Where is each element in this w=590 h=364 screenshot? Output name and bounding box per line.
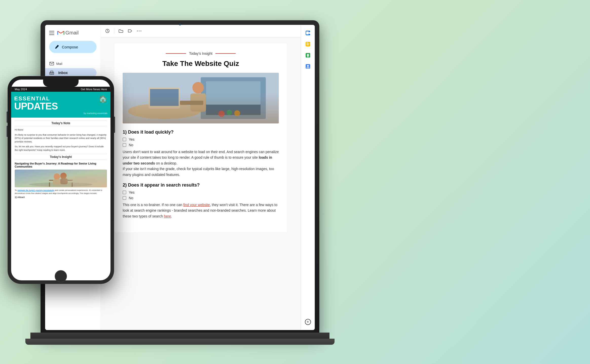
insight-line: Today's Insight (123, 51, 279, 56)
phone-article-title: Navigating the Buyer's Journey: A Roadma… (15, 162, 107, 168)
email-body: Today's Insight Take The Website Quiz (115, 43, 287, 232)
svg-point-23 (227, 110, 232, 115)
svg-point-33 (307, 54, 309, 56)
phone-para1: It's likely no surprise to you that cons… (15, 133, 107, 144)
q2-answer: This one is a no-brainer. If no one can … (123, 202, 279, 219)
mail-icon (49, 61, 54, 66)
add-app-btn[interactable]: + (303, 317, 313, 327)
phone-article-body: To navigate the buyer's journey successf… (15, 189, 107, 195)
svg-point-44 (60, 173, 67, 179)
phone-byline: by marketing essentials (14, 112, 107, 115)
phone-notch (43, 80, 79, 87)
label-toolbar-icon[interactable] (127, 28, 133, 33)
question-1-title: 1) Does it load quickly? (123, 130, 279, 135)
insight-header: Today's Insight (123, 51, 279, 56)
phone-vol-up-btn (7, 112, 8, 123)
q2-no-checkbox[interactable] (123, 196, 126, 200)
svg-point-24 (234, 110, 240, 116)
svg-point-19 (192, 82, 204, 93)
phone-greeting: Hi there! (15, 128, 107, 132)
q2-yes-checkbox[interactable] (123, 191, 126, 194)
more-toolbar-icon[interactable] (137, 28, 142, 33)
q2-option-no: No (123, 196, 279, 200)
hamburger-menu-icon[interactable] (49, 31, 54, 35)
keep-icon-btn[interactable] (303, 50, 313, 60)
phone-home-btn[interactable] (55, 270, 67, 282)
svg-rect-38 (15, 170, 107, 187)
svg-point-43 (54, 173, 60, 180)
insight-line-bar-left (166, 53, 186, 54)
insight-label: Today's Insight (189, 51, 212, 56)
svg-rect-18 (150, 89, 179, 106)
email-content-area[interactable]: Today's Insight Take The Website Quiz (101, 37, 301, 330)
inbox-label: Inbox (58, 71, 68, 75)
contacts-icon (305, 64, 311, 69)
phone-content: Today's Note Hi there! It's likely no su… (11, 118, 110, 201)
q1-no-checkbox[interactable] (123, 143, 126, 147)
toolbar-divider-1 (114, 28, 114, 34)
svg-rect-41 (49, 183, 50, 187)
gmail-right-sidebar: + (301, 25, 315, 330)
phone-banner: 🏠 Essential Updates by marketing essenti… (11, 92, 110, 118)
meet-icon (305, 30, 311, 36)
laptop-camera (179, 23, 181, 25)
phone-status-bar: May 2024 Get More News Here (11, 87, 110, 92)
meet-icon-btn[interactable] (303, 28, 313, 38)
phone-house-icon: 🏠 (99, 95, 107, 103)
phone-vol-down-btn (7, 126, 8, 137)
compose-button[interactable]: Compose (49, 41, 97, 53)
hero-image-svg (123, 73, 279, 123)
svg-rect-15 (206, 81, 261, 104)
svg-rect-30 (306, 44, 309, 44)
here-link[interactable]: here (164, 214, 171, 218)
email-title: Take The Website Quiz (123, 60, 279, 68)
phone-screen: May 2024 Get More News Here 🏠 Essential … (11, 80, 110, 280)
phone-date: May 2024 (15, 88, 27, 91)
phone-insight-title: Today's Insight (15, 154, 107, 160)
phone-body: May 2024 Get More News Here 🏠 Essential … (8, 76, 114, 284)
email-hero-image (123, 73, 279, 123)
tasks-icon-btn[interactable] (303, 39, 313, 49)
mail-section-label: Mail (45, 59, 101, 68)
phone-article-image-svg (15, 170, 107, 187)
phone-essential-label: Essential (14, 96, 107, 101)
svg-point-11 (141, 31, 141, 31)
phone-updates-label: Updates (14, 101, 107, 111)
insight-line-bar-right (215, 53, 236, 54)
q1-option-yes: Yes (123, 137, 279, 141)
svg-rect-31 (306, 45, 309, 45)
phone-power-btn (114, 117, 115, 133)
question-1-block: 1) Does it load quickly? Yes No (123, 130, 279, 177)
phone-para2: So, let me ask you: Have you recently ma… (15, 145, 107, 152)
question-2-title: 2) Does it appear in search results? (123, 183, 279, 188)
phone-attract-label: 1) Attract (15, 196, 107, 198)
svg-rect-34 (307, 56, 308, 57)
inbox-icon (49, 70, 54, 75)
gmail-toolbar (101, 25, 301, 37)
q2-no-label: No (129, 196, 133, 200)
svg-point-16 (128, 103, 201, 119)
q2-yes-label: Yes (129, 190, 135, 194)
compose-pencil-icon (54, 44, 59, 49)
add-icon[interactable]: + (305, 319, 311, 325)
keep-icon (305, 52, 311, 58)
svg-rect-42 (72, 183, 73, 187)
svg-rect-45 (53, 179, 61, 185)
snooze-toolbar-icon[interactable] (105, 28, 110, 33)
phone-email-app: May 2024 Get More News Here 🏠 Essential … (11, 80, 110, 280)
folder-toolbar-icon[interactable] (118, 28, 123, 33)
q1-answer: Users don't want to wait around for a we… (123, 149, 279, 177)
find-website-link[interactable]: find your website (183, 203, 210, 207)
svg-point-22 (218, 111, 225, 117)
google-m-icon (57, 30, 64, 36)
q1-option-no: No (123, 143, 279, 147)
q1-yes-checkbox[interactable] (123, 138, 126, 141)
contacts-icon-btn[interactable] (303, 61, 313, 71)
svg-point-9 (137, 31, 138, 31)
svg-rect-21 (180, 101, 203, 105)
svg-point-36 (307, 65, 309, 67)
compose-label: Compose (62, 45, 78, 49)
phone-today-note-title: Today's Note (15, 120, 107, 126)
svg-point-39 (29, 183, 93, 187)
gmail-header: Gmail (45, 28, 101, 38)
